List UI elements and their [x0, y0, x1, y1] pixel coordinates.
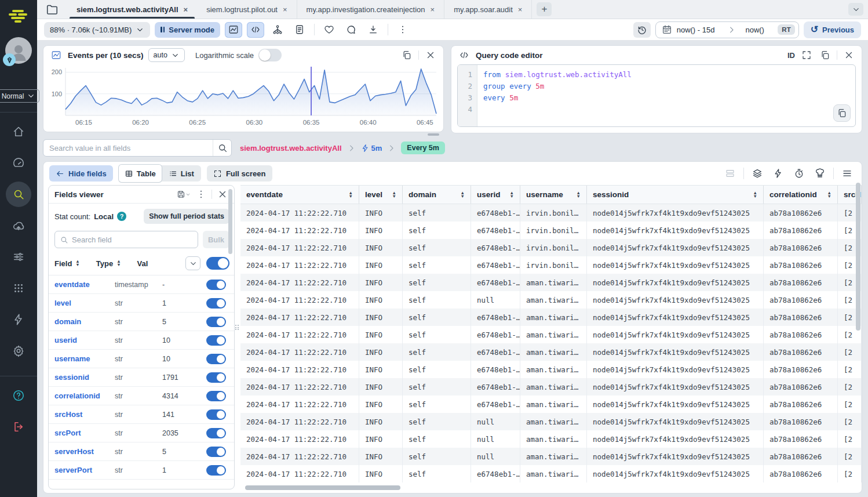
- cell-eventdate[interactable]: 2024-04-17 11:22:22.710: [240, 448, 359, 465]
- sidebar-item-dashboards[interactable]: [6, 150, 31, 176]
- table-row[interactable]: 2024-04-17 11:22:22.710INFOselfe6748eb1-…: [240, 274, 862, 291]
- date-range-picker[interactable]: now() - 15d now() RT: [655, 21, 799, 38]
- cell-domain[interactable]: self: [403, 291, 471, 309]
- cell-correlationid[interactable]: ab78a10862e6: [764, 361, 838, 378]
- field-visibility-toggle[interactable]: [206, 447, 226, 457]
- cell-correlationid[interactable]: ab78a10862e6: [764, 326, 838, 343]
- show-full-period-stats-button[interactable]: Show full period stats: [144, 209, 229, 224]
- result-stats-dropdown[interactable]: 88% · 7.06k (~10.91MB): [44, 22, 150, 38]
- saved-queries-button[interactable]: [37, 0, 67, 19]
- close-chart-button[interactable]: [424, 48, 437, 62]
- column-header-domain[interactable]: domain▲▼: [403, 186, 471, 204]
- cell-domain[interactable]: self: [403, 448, 471, 465]
- sidebar-item-settings[interactable]: [6, 338, 31, 364]
- stat-help-icon[interactable]: ?: [117, 212, 126, 221]
- table-hscrollbar-track[interactable]: [240, 485, 850, 491]
- cell-correlationid[interactable]: ab78a10862e6: [764, 222, 838, 239]
- cell-correlationid[interactable]: ab78a10862e6: [764, 465, 838, 483]
- cell-username[interactable]: irvin.bonil…: [520, 204, 587, 222]
- field-name-link[interactable]: srcHost: [54, 410, 115, 419]
- cell-correlationid[interactable]: ab78a10862e6: [764, 378, 838, 396]
- cell-eventdate[interactable]: 2024-04-17 11:22:22.710: [240, 465, 359, 483]
- cell-eventdate[interactable]: 2024-04-17 11:22:22.710: [240, 326, 359, 343]
- table-row[interactable]: 2024-04-17 11:22:22.710INFOselfe6748eb1-…: [240, 465, 862, 483]
- sort-type-icon[interactable]: ▲▼: [116, 260, 121, 267]
- cell-username[interactable]: irvin.bonil…: [520, 239, 587, 256]
- table-body[interactable]: 2024-04-17 11:22:22.710INFOselfe6748eb1-…: [240, 204, 862, 489]
- code-line[interactable]: every 5m: [483, 92, 855, 104]
- cell-eventdate[interactable]: 2024-04-17 11:22:22.710: [240, 239, 359, 256]
- cell-sessionid[interactable]: node014j5wfrk7xf4k1t9xdo9evf51243025: [587, 413, 764, 430]
- cell-username[interactable]: aman.tiwari…: [520, 430, 587, 448]
- cell-username[interactable]: aman.tiwari…: [520, 343, 587, 361]
- previous-button[interactable]: ↺ Previous: [804, 21, 861, 38]
- search-submit-button[interactable]: [213, 140, 231, 156]
- cell-sessionid[interactable]: node014j5wfrk7xf4k1t9xdo9evf51243025: [587, 378, 764, 396]
- close-tab-icon[interactable]: ×: [283, 5, 287, 14]
- field-visibility-toggle[interactable]: [206, 372, 226, 383]
- cell-srcHost[interactable]: [2: [838, 430, 862, 448]
- close-tab-icon[interactable]: ×: [184, 5, 188, 14]
- save-fields-button[interactable]: [177, 187, 191, 201]
- panel-resize-handle[interactable]: [235, 320, 239, 336]
- table-row[interactable]: 2024-04-17 11:22:22.710INFOselfnullaman.…: [240, 448, 862, 465]
- query-history-button[interactable]: [633, 22, 651, 38]
- cell-sessionid[interactable]: node014j5wfrk7xf4k1t9xdo9evf51243025: [587, 361, 764, 378]
- cell-sessionid[interactable]: node014j5wfrk7xf4k1t9xdo9evf51243025: [587, 465, 764, 483]
- cell-domain[interactable]: self: [403, 309, 471, 326]
- cell-eventdate[interactable]: 2024-04-17 11:22:22.710: [240, 204, 359, 222]
- date-from-value[interactable]: now() - 15d: [677, 26, 715, 34]
- cell-eventdate[interactable]: 2024-04-17 11:22:22.710: [240, 361, 359, 378]
- cell-eventdate[interactable]: 2024-04-17 11:22:22.710: [240, 430, 359, 448]
- cell-username[interactable]: aman.tiwari…: [520, 274, 587, 291]
- cell-userid[interactable]: null: [471, 291, 520, 309]
- cell-userid[interactable]: e6748eb1-…: [471, 204, 520, 222]
- cell-userid[interactable]: null: [471, 448, 520, 465]
- new-tab-button[interactable]: +: [537, 2, 552, 16]
- cell-correlationid[interactable]: ab78a10862e6: [764, 343, 838, 361]
- cell-userid[interactable]: e6748eb1-…: [471, 378, 520, 396]
- cell-level[interactable]: INFO: [359, 413, 403, 430]
- sort-icon[interactable]: ▲▼: [753, 191, 757, 198]
- cell-userid[interactable]: null: [471, 413, 520, 430]
- close-editor-button[interactable]: [842, 48, 856, 62]
- code-lines[interactable]: from siem.logtrust.web.activityAllgroup …: [477, 65, 855, 126]
- expand-editor-button[interactable]: [800, 48, 814, 62]
- code-line[interactable]: group every 5m: [483, 81, 855, 92]
- cell-userid[interactable]: e6748eb1-…: [471, 239, 520, 256]
- cell-username[interactable]: aman.tiwari…: [520, 378, 587, 396]
- copy-query-button[interactable]: [818, 48, 832, 62]
- cell-level[interactable]: INFO: [359, 256, 403, 274]
- cell-userid[interactable]: e6748eb1-…: [471, 309, 520, 326]
- list-view-button[interactable]: List: [163, 166, 200, 181]
- cell-level[interactable]: INFO: [359, 326, 403, 343]
- cell-domain[interactable]: self: [403, 256, 471, 274]
- cell-correlationid[interactable]: ab78a10862e6: [764, 309, 838, 326]
- cell-userid[interactable]: e6748eb1-…: [471, 343, 520, 361]
- bulk-button[interactable]: Bulk: [203, 231, 229, 248]
- column-header-userid[interactable]: userid▲▼: [471, 186, 520, 204]
- field-name-link[interactable]: serverPort: [54, 466, 115, 474]
- tab-my.app.soar.audit[interactable]: my.app.soar.audit×: [444, 0, 532, 19]
- cell-level[interactable]: INFO: [359, 361, 403, 378]
- cell-eventdate[interactable]: 2024-04-17 11:22:22.710: [240, 291, 359, 309]
- cell-username[interactable]: aman.tiwari…: [520, 413, 587, 430]
- close-fields-button[interactable]: [216, 187, 229, 201]
- column-header-sessionid[interactable]: sessionid▲▼: [587, 186, 764, 204]
- cell-eventdate[interactable]: 2024-04-17 11:22:22.710: [240, 413, 359, 430]
- devo-logo[interactable]: [0, 0, 37, 32]
- sort-icon[interactable]: ▲▼: [392, 191, 396, 198]
- favorite-button[interactable]: [320, 22, 338, 38]
- sidebar-item-logout[interactable]: [6, 414, 31, 440]
- quick-actions-button[interactable]: [769, 166, 787, 182]
- cell-domain[interactable]: self: [403, 239, 471, 256]
- code-editor[interactable]: 1234 from siem.logtrust.web.activityAllg…: [457, 64, 856, 127]
- cell-level[interactable]: INFO: [359, 204, 403, 222]
- cell-sessionid[interactable]: node014j5wfrk7xf4k1t9xdo9evf51243025: [587, 448, 764, 465]
- cell-level[interactable]: INFO: [359, 239, 403, 256]
- cell-level[interactable]: INFO: [359, 448, 403, 465]
- cell-eventdate[interactable]: 2024-04-17 11:22:22.710: [240, 274, 359, 291]
- table-hscrollbar-thumb[interactable]: [245, 485, 400, 490]
- field-name-link[interactable]: correlationid: [54, 391, 115, 400]
- cell-domain[interactable]: self: [403, 326, 471, 343]
